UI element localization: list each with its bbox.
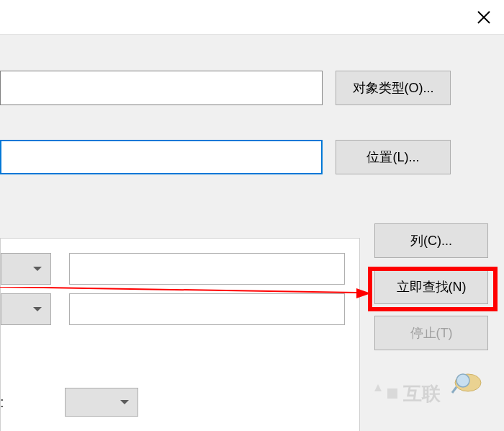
location-row: 位置(L)... bbox=[0, 140, 504, 174]
columns-button[interactable]: 列(C)... bbox=[374, 223, 488, 258]
search-row-2 bbox=[1, 285, 359, 325]
search-row-1 bbox=[1, 239, 359, 285]
upper-section: 对象类型(O)... 位置(L)... bbox=[0, 35, 504, 238]
criteria-input-1[interactable] bbox=[69, 253, 345, 285]
stop-button[interactable]: 停止(T) bbox=[374, 316, 488, 350]
criteria-input-2[interactable] bbox=[69, 293, 345, 325]
close-button[interactable] bbox=[471, 4, 497, 30]
object-type-input[interactable] bbox=[0, 71, 323, 105]
bottom-area: : bbox=[0, 388, 138, 417]
close-icon bbox=[477, 10, 491, 25]
criteria-dropdown-2[interactable] bbox=[1, 293, 51, 325]
criteria-dropdown-1[interactable] bbox=[1, 253, 51, 285]
svg-rect-7 bbox=[387, 388, 397, 399]
bottom-label: : bbox=[0, 394, 7, 411]
object-type-row: 对象类型(O)... bbox=[0, 71, 504, 105]
svg-point-5 bbox=[456, 374, 469, 387]
object-type-button[interactable]: 对象类型(O)... bbox=[336, 71, 451, 105]
location-input[interactable] bbox=[0, 140, 323, 174]
magnifier-icon bbox=[452, 374, 481, 393]
action-buttons: 列(C)... 立即查找(N) 停止(T) bbox=[374, 223, 490, 362]
location-button[interactable]: 位置(L)... bbox=[336, 140, 451, 174]
bottom-dropdown[interactable] bbox=[65, 388, 138, 417]
find-now-button[interactable]: 立即查找(N) bbox=[374, 270, 488, 304]
watermark: 互联 bbox=[367, 370, 497, 409]
watermark-text: 互联 bbox=[402, 383, 441, 404]
svg-line-6 bbox=[452, 387, 456, 393]
title-bar bbox=[0, 0, 504, 35]
